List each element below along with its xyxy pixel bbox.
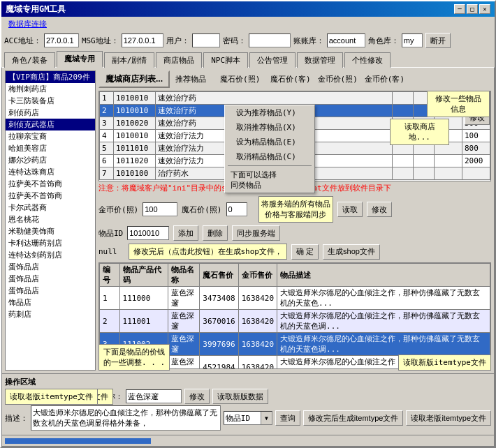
tab-data[interactable]: 数据管理 xyxy=(297,52,343,68)
status-bar xyxy=(2,435,494,446)
shop-list-panel: 【VIP商店】商品209件 梅荆刺药店 卡三防装备店 刺侦药店 刺侦克武器店 拉… xyxy=(5,70,96,371)
list-item[interactable]: 刺侦药店 xyxy=(6,107,95,119)
context-select-same[interactable]: 下面可以选择同类物品 xyxy=(225,167,314,193)
tooltip-modify-info: 修改一些物品信息 xyxy=(427,91,490,117)
query-button[interactable]: 查询 xyxy=(275,410,300,426)
col-desc: 物品描述 xyxy=(277,264,490,287)
list-item[interactable]: 梅荆刺药店 xyxy=(6,83,95,95)
ok-button[interactable]: 确 定 xyxy=(291,244,319,260)
tooltip-read-shop: 读取商店地... xyxy=(390,119,449,145)
title-bar: 魔域专用GM工具 ─ □ ✕ xyxy=(1,1,495,17)
progress-bar xyxy=(5,438,491,444)
acc-label: ACC地址： xyxy=(4,36,41,46)
tooltip-read-itemtype: 读取新版itemtype文件 xyxy=(398,354,491,371)
connect-button[interactable]: 断开 xyxy=(425,33,451,48)
gen-itemtype-button[interactable]: 修改完后生成itemtype文件 xyxy=(303,410,404,426)
menu-db-connect[interactable]: 数据库连接 xyxy=(4,18,51,30)
recommend-label: 推荐物品 xyxy=(175,74,206,84)
context-set-recommend[interactable]: 设为推荐物品(Y) xyxy=(225,105,314,120)
context-cancel-recommend[interactable]: 取消推荐物品(X) xyxy=(225,120,314,135)
del-button[interactable]: 删除 xyxy=(203,225,228,241)
gen-shop-button[interactable]: 生成shop文件 xyxy=(323,244,380,260)
op-desc-text: 大锻造师米尔德尼的心血倾注之作，那种仿佛蕴藏了无数玄机的天蓝色调显得格外兼备， xyxy=(33,408,217,428)
tab-magic-city[interactable]: 魔城专用 xyxy=(57,51,103,68)
gold-client-label: 金币价(客) xyxy=(365,74,404,84)
list-item[interactable]: 卡三防装备店 xyxy=(6,95,95,107)
col-gold: 金币售价 xyxy=(238,264,277,287)
context-cancel-quality[interactable]: 取消精品物品(C) xyxy=(225,149,314,164)
magic-client-label: 魔石价(客) xyxy=(270,74,310,84)
close-button[interactable]: ✕ xyxy=(479,4,490,14)
item-id-row: 物品ID 添加 删除 同步服务端 xyxy=(99,225,491,241)
item-id-combo[interactable]: 物品ID ▼ xyxy=(224,411,272,425)
tooltip-price-adjust: 下面是物品的价钱的一些调整. . . xyxy=(99,344,170,371)
col-magic: 魔石售价 xyxy=(200,264,238,287)
content-area: 【VIP商店】商品209件 梅荆刺药店 卡三防装备店 刺侦药店 刺侦克武器店 拉… xyxy=(2,68,494,373)
list-item[interactable]: 蛋饰品店 xyxy=(6,273,95,285)
window-title: 魔域专用GM工具 xyxy=(6,3,66,15)
db-input[interactable] xyxy=(327,33,365,47)
list-item[interactable]: 卡利达珊药别店 xyxy=(6,237,95,249)
shop-list-header: 【VIP商店】商品209件 xyxy=(6,71,95,83)
tab-npc[interactable]: NPC脚本 xyxy=(203,52,248,68)
tooltip-gen-shop: 修改完后（点击此按钮）在生成shop文件， xyxy=(129,244,288,260)
combo-text: 物品ID xyxy=(224,413,261,424)
table-row[interactable]: 1111000蓝色深邃34734081638420 大锻造师米尔德尼的心血倾注之… xyxy=(100,287,490,310)
table-row[interactable]: 2111001蓝色深邃36700161638420 大锻造师米尔德尼的心血倾注之… xyxy=(100,310,490,333)
list-item[interactable]: 蛋饰品店 xyxy=(6,261,95,273)
null-row: null 修改完后（点击此按钮）在生成shop文件， 确 定 生成shop文件 xyxy=(99,244,491,260)
pwd-input[interactable] xyxy=(249,33,291,47)
user-input[interactable] xyxy=(192,33,220,47)
role-input[interactable] xyxy=(402,33,423,47)
gold-input[interactable] xyxy=(143,202,177,216)
tab-role[interactable]: 角色/装备 xyxy=(4,52,55,68)
read2-button[interactable]: 读取 xyxy=(337,202,363,217)
shop-list-button[interactable]: 魔城商店列表... xyxy=(99,70,170,88)
list-item[interactable]: 米勒健美饰商 xyxy=(6,225,95,237)
sync-button[interactable]: 同步服务端 xyxy=(232,225,280,241)
minimize-button[interactable]: ─ xyxy=(454,4,465,14)
list-item[interactable]: 拉聊亲宝商 xyxy=(6,130,95,142)
list-item[interactable]: 蛋饰品店 xyxy=(6,285,95,297)
user-label: 用户： xyxy=(166,36,189,46)
list-item[interactable]: 娜尔沙药店 xyxy=(6,154,95,166)
tab-shop[interactable]: 商店物品 xyxy=(156,52,202,68)
modify2-button[interactable]: 修改 xyxy=(367,202,392,217)
list-item[interactable]: 哈姐美容店 xyxy=(6,142,95,154)
list-item[interactable]: 饰品店 xyxy=(6,297,95,308)
tab-dungeon[interactable]: 副本/剧情 xyxy=(104,52,155,68)
op-item-name-input[interactable] xyxy=(126,389,182,403)
list-item[interactable]: 刺侦克武器店 xyxy=(6,119,95,130)
list-item[interactable]: 药刺店 xyxy=(6,308,95,320)
list-item[interactable]: 拉萨美不首饰商 xyxy=(6,190,95,202)
right-panel: 魔城商店列表... 推荐物品 魔石价(照) 魔石价(客) 金币价(照) 金币价(… xyxy=(96,68,494,373)
list-item[interactable]: 恩名桃花 xyxy=(6,214,95,225)
read-new-itemtype-button[interactable]: 读取老版itemtype文件 xyxy=(406,410,491,426)
acc-input[interactable] xyxy=(44,33,79,47)
list-item[interactable]: 拉萨美不首饰商 xyxy=(6,178,95,190)
col-code: 物品产品代码 xyxy=(119,264,168,287)
magic-input[interactable] xyxy=(226,202,247,216)
tab-notice[interactable]: 公告管理 xyxy=(249,52,296,68)
combo-arrow-icon[interactable]: ▼ xyxy=(261,412,272,424)
tab-bar: 角色/装备 魔城专用 副本/剧情 商店物品 NPC脚本 公告管理 数据管理 个性… xyxy=(1,50,495,67)
form-area: 金币价(照) 魔石价(照) 将服务端的所有物品价格与客服端同步 读取 修改 xyxy=(99,196,491,223)
list-item[interactable]: 卡尔武器商 xyxy=(6,202,95,214)
list-item[interactable]: 连特达剑药别店 xyxy=(6,249,95,261)
msg-input[interactable] xyxy=(122,33,163,47)
tab-personal[interactable]: 个性修改 xyxy=(344,52,391,68)
item-id-input[interactable] xyxy=(127,226,169,240)
list-item[interactable]: 连特达珠商店 xyxy=(6,166,95,178)
op-row-2: 描述： 大锻造师米尔德尼的心血倾注之作，那种仿佛蕴藏了无数玄机的天蓝色调显得格外… xyxy=(5,405,491,431)
op-read-new-button[interactable]: 读取新版数据 xyxy=(212,389,268,404)
menu-bar: 数据库连接 xyxy=(1,17,495,31)
op-modify-button[interactable]: 修改 xyxy=(184,389,210,404)
magic-price-label: 魔石价(照) xyxy=(220,74,260,84)
role-label: 角色库： xyxy=(368,36,399,46)
context-set-quality[interactable]: 设为精品物品(E) xyxy=(225,135,314,149)
magic-form-label: 魔石价(照) xyxy=(182,204,221,215)
msg-label: MSG地址： xyxy=(82,36,119,46)
add-button[interactable]: 添加 xyxy=(173,225,198,241)
separator xyxy=(228,165,312,166)
maximize-button[interactable]: □ xyxy=(467,4,478,14)
